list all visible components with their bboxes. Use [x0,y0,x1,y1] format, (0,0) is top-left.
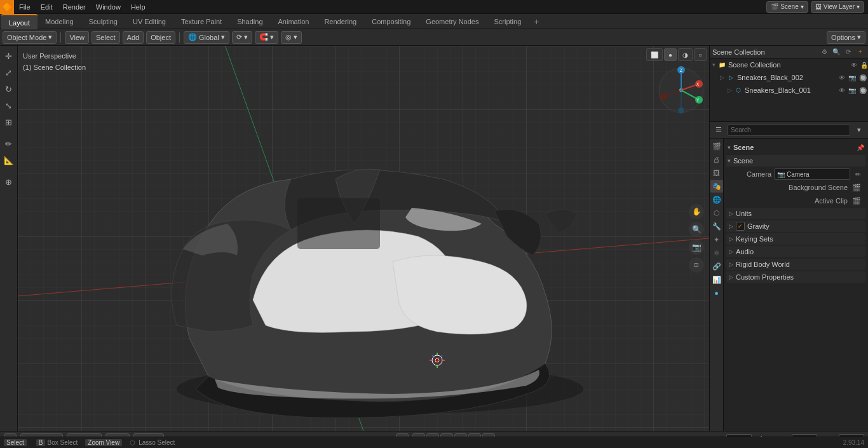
keying-sets-header[interactable]: ▷ Keying Sets [726,233,865,245]
viewport-3d[interactable]: User Perspective (1) Scene Collection ⬜ … [18,46,709,431]
annotate-tool-btn[interactable]: ✏ [1,136,17,151]
menu-render[interactable]: Render [58,0,91,14]
rotate-tool-btn[interactable]: ↻ [1,81,17,97]
wireframe-btn[interactable]: ⬜ [646,48,663,61]
add-btn[interactable]: Add [123,31,144,44]
camera-icon-002[interactable]: 📷 [848,74,856,81]
options-btn[interactable]: Options ▾ [827,31,865,44]
outliner-item-sneakers-001[interactable]: ▷ ⬡ Sneakers_Black_001 👁 📷 🔘 [710,84,868,97]
snap-btn[interactable]: 🧲 ▾ [255,31,278,44]
scene-section-header[interactable]: ▾ Scene 📌 [726,141,865,154]
prop-world-icon[interactable]: 🌐 [710,193,723,206]
object-mode-btn[interactable]: Object Mode ▾ [3,31,57,44]
prop-data-icon[interactable]: 📊 [710,273,723,286]
view-layer-selector[interactable]: 🖼 View Layer ▾ [811,1,864,13]
move-tool-btn[interactable]: ⤢ [1,65,17,80]
properties-panel: ☰ ▾ 🎬 🖨 🖼 🎭 🌐 ⬡ 🔧 ✦ ⚛ 🔗 📊 [710,122,868,431]
add-workspace-tab[interactable]: + [529,17,544,27]
audio-header[interactable]: ▷ Audio [726,246,865,257]
layer-nav-btn[interactable]: ⊡ [689,257,704,273]
collection-icon: 📁 [717,60,726,69]
scale-tool-btn[interactable]: ⤡ [1,98,17,113]
outliner-add-btn[interactable]: + [855,47,865,57]
view-btn[interactable]: View [65,31,89,44]
tab-scripting[interactable]: Scripting [486,14,529,29]
eye-icon-collection[interactable]: 👁 [851,62,857,69]
tab-geometry-nodes[interactable]: Geometry Nodes [418,14,486,29]
prop-particles-icon[interactable]: ✦ [710,233,723,246]
restriction-icon-collection[interactable]: 🔒 [860,62,868,69]
menu-help[interactable]: Help [126,0,151,14]
tab-layout[interactable]: Layout [1,14,37,29]
prop-scene-icon[interactable]: 🎭 [710,180,723,193]
camera-picker[interactable]: 📷 Camera [774,168,850,180]
tab-compositing[interactable]: Compositing [364,14,418,29]
tab-shading[interactable]: Shading [229,14,270,29]
outliner-filter-btn[interactable]: ⚙ [819,47,829,57]
render-btn[interactable]: ○ [694,48,707,61]
outliner-item-scene-collection[interactable]: ▾ 📁 Scene Collection 👁 🔒 [710,58,868,71]
prop-filter-btn[interactable]: ☰ [712,124,725,137]
global-btn[interactable]: 🌐 Global ▾ [184,31,229,44]
custom-props-header[interactable]: ▷ Custom Properties [726,271,865,283]
measure-tool-btn[interactable]: 📐 [1,153,17,168]
prop-output-icon[interactable]: 🖨 [710,153,723,166]
expand-icon: ▾ [712,62,715,68]
prop-modifier-icon[interactable]: 🔧 [710,220,723,233]
solid-btn[interactable]: ● [664,48,677,61]
eye-icon-001[interactable]: 👁 [839,87,845,94]
units-header[interactable]: ▷ Units [726,208,865,219]
render-icon-002[interactable]: 🔘 [859,74,867,81]
tab-sculpting[interactable]: Sculpting [81,14,125,29]
prop-view-layer-icon[interactable]: 🖼 [710,166,723,179]
menu-edit[interactable]: Edit [36,0,58,14]
gravity-header[interactable]: ▷ ✓ Gravity [726,221,865,232]
prop-render-icon[interactable]: 🎬 [710,140,723,153]
zoom-nav-btn[interactable]: 🔍 [689,222,704,237]
rigid-body-header[interactable]: ▷ Rigid Body World [726,259,865,270]
outliner-sync-btn[interactable]: ⟳ [843,47,853,57]
scene-dropdown-icon: ▾ [801,3,804,10]
prop-constraints-icon[interactable]: 🔗 [710,260,723,273]
navigation-gizmo[interactable]: X Y Z [656,65,707,116]
section-pin[interactable]: 📌 [857,144,864,151]
outliner-title: Scene Collection [712,48,765,56]
scene-subsection-header[interactable]: ▾ Scene [726,155,865,166]
cursor-tool-btn[interactable]: ✛ [1,48,17,64]
view-layer-dropdown-icon: ▾ [857,3,860,10]
object-mode-label: Object Mode [7,34,46,41]
eye-icon-002[interactable]: 👁 [839,74,845,81]
transform-tool-btn[interactable]: ⊞ [1,114,17,130]
camera-edit-btn[interactable]: ✏ [853,168,863,180]
outliner-search-btn[interactable]: 🔍 [831,47,841,57]
scene-selector[interactable]: 🎬 Scene ▾ [766,1,808,13]
prop-search-input[interactable] [728,125,850,136]
proportional-btn[interactable]: ◎ ▾ [281,31,302,44]
tab-rendering[interactable]: Rendering [316,14,364,29]
properties-icons: 🎬 🖨 🖼 🎭 🌐 ⬡ 🔧 ✦ ⚛ 🔗 📊 ● [710,139,724,431]
tab-animation[interactable]: Animation [271,14,317,29]
prop-dropdown-btn[interactable]: ▾ [853,124,865,137]
gravity-checkbox[interactable]: ✓ [736,222,745,231]
camera-nav-btn[interactable]: 📷 [689,240,704,255]
sep1 [60,32,61,43]
tab-uv-editing[interactable]: UV Editing [125,14,173,29]
prop-object-icon[interactable]: ⬡ [710,207,723,219]
hand-nav-btn[interactable]: ✋ [689,204,704,219]
camera-icon-001[interactable]: 📷 [848,87,856,94]
view-label: View [69,34,85,41]
add-object-btn[interactable]: ⊕ [1,174,17,189]
render-icon-001[interactable]: 🔘 [859,87,867,94]
transform-pivot-btn[interactable]: ⟳ ▾ [232,31,252,44]
outliner-item-sneakers-002[interactable]: ▷ ▷ Sneakers_Black_002 👁 📷 🔘 [710,71,868,84]
add-label: Add [127,34,140,41]
select-btn[interactable]: Select [92,31,120,44]
menu-file[interactable]: File [14,0,36,14]
object-btn[interactable]: Object [146,31,175,44]
menu-window[interactable]: Window [91,0,126,14]
prop-material-icon[interactable]: ● [710,287,723,299]
prop-physics-icon[interactable]: ⚛ [710,247,723,259]
tab-modeling[interactable]: Modeling [37,14,81,29]
tab-texture-paint[interactable]: Texture Paint [173,14,229,29]
material-btn[interactable]: ◑ [678,48,693,61]
